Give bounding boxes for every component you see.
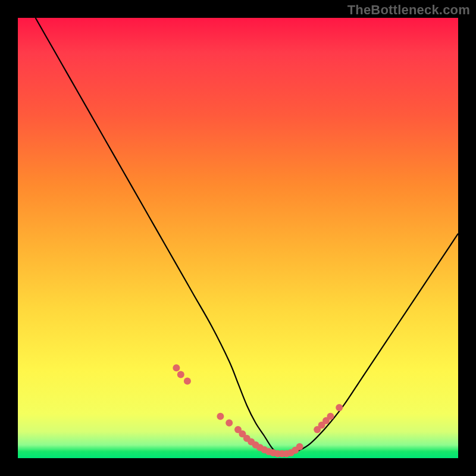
chart-frame: TheBottleneck.com [0, 0, 476, 476]
highlight-point [177, 371, 184, 378]
highlight-point [226, 419, 233, 427]
highlight-point [336, 404, 343, 411]
highlight-point [217, 413, 224, 420]
watermark-label: TheBottleneck.com [347, 2, 470, 18]
chart-svg [18, 18, 458, 458]
highlight-point [296, 443, 303, 450]
bottleneck-curve-path [36, 18, 458, 455]
highlight-point [327, 413, 334, 420]
chart-plot-area [18, 18, 458, 458]
highlight-point [173, 364, 180, 371]
bottom-cluster-group [173, 364, 343, 457]
highlight-point [184, 378, 191, 385]
